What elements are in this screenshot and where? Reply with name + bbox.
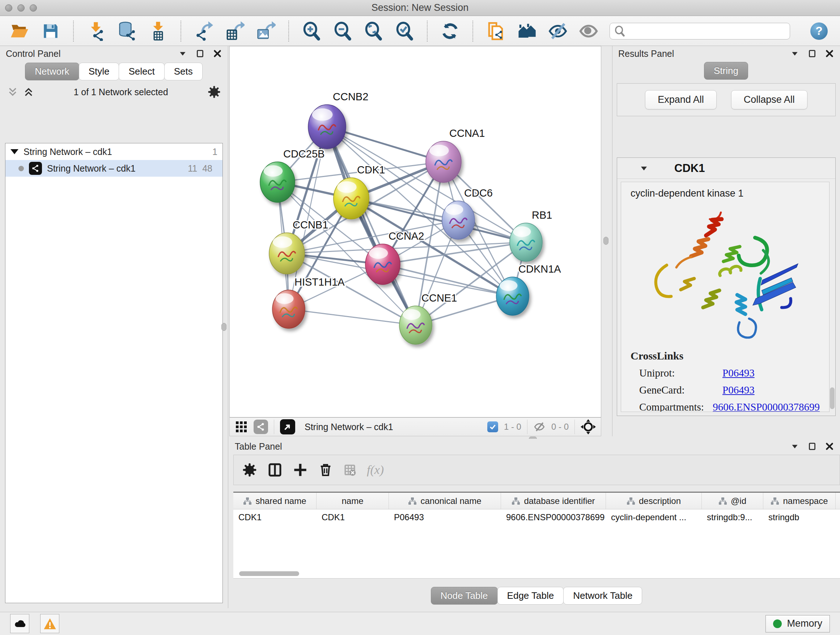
birdseye-navigator-icon[interactable] bbox=[581, 419, 596, 434]
table-row[interactable]: CDK1CDK1P064939606.ENSP00000378699cyclin… bbox=[233, 509, 840, 525]
expander-icon[interactable] bbox=[11, 149, 19, 154]
network-collection-row[interactable]: String Network – cdk1 1 bbox=[5, 143, 223, 160]
tab-style[interactable]: Style bbox=[79, 63, 119, 80]
collapse-panel-icon[interactable] bbox=[790, 49, 799, 58]
edge[interactable] bbox=[289, 309, 416, 325]
export-table-button[interactable] bbox=[225, 21, 245, 41]
save-session-button[interactable] bbox=[41, 21, 61, 41]
refresh-button[interactable] bbox=[440, 21, 460, 41]
network-share-toggle[interactable] bbox=[254, 420, 268, 434]
node-ccnb1[interactable]: CCNB1 bbox=[269, 219, 328, 274]
table-cell[interactable]: cyclin-dependent ... bbox=[606, 509, 702, 525]
tab-node-table[interactable]: Node Table bbox=[431, 587, 498, 605]
show-columns-icon[interactable] bbox=[268, 463, 282, 477]
home-view-button[interactable] bbox=[516, 21, 537, 41]
hidden-eye-slash-icon[interactable] bbox=[533, 421, 546, 433]
open-session-button[interactable] bbox=[9, 21, 30, 41]
tab-sets[interactable]: Sets bbox=[164, 63, 202, 80]
open-folder-icon bbox=[10, 22, 29, 41]
left-splitter-handle[interactable] bbox=[221, 323, 226, 331]
crosslink-uniprot--link[interactable]: P06493 bbox=[722, 367, 755, 379]
function-builder-button[interactable]: f(x) bbox=[367, 463, 384, 477]
table-tabs: Node TableEdge TableNetwork Table bbox=[233, 587, 840, 605]
node-cdkn1a[interactable]: CDKN1A bbox=[496, 263, 561, 315]
network-view-canvas[interactable]: CCNB2CCNA1CDC25BCDK1CDC6RB1CCNB1CCNA2CDK… bbox=[229, 46, 601, 417]
column-header--id[interactable]: @id bbox=[702, 493, 763, 509]
zoom-selected-icon bbox=[395, 22, 414, 41]
float-panel-icon[interactable] bbox=[807, 442, 817, 451]
help-button[interactable]: ? bbox=[810, 22, 828, 40]
edge[interactable] bbox=[327, 127, 416, 325]
delete-column-icon[interactable] bbox=[318, 463, 333, 477]
selected-checkbox[interactable] bbox=[487, 421, 498, 432]
warnings-button[interactable] bbox=[40, 614, 59, 633]
close-panel-icon[interactable] bbox=[213, 49, 222, 58]
table-cell[interactable]: 9606.ENSP00000378699 bbox=[501, 509, 606, 525]
clone-network-button[interactable] bbox=[485, 21, 506, 41]
results-scrollbar-thumb[interactable] bbox=[830, 387, 835, 409]
collapse-panel-icon[interactable] bbox=[790, 442, 799, 451]
table-hscrollbar-thumb[interactable] bbox=[239, 571, 299, 576]
column-header-name[interactable]: name bbox=[317, 493, 389, 509]
hide-selected-button[interactable] bbox=[548, 21, 568, 41]
collapse-all-networks-icon[interactable] bbox=[23, 87, 34, 97]
export-image-button[interactable] bbox=[256, 21, 276, 41]
import-network-button[interactable] bbox=[86, 21, 106, 41]
export-network-button[interactable] bbox=[194, 21, 214, 41]
open-in-window-button[interactable] bbox=[280, 419, 295, 434]
import-table-button[interactable] bbox=[148, 21, 168, 41]
collapse-all-button[interactable]: Collapse All bbox=[731, 90, 807, 109]
tab-string[interactable]: String bbox=[704, 62, 748, 80]
collapse-panel-icon[interactable] bbox=[178, 49, 187, 58]
crosslink-genecard--link[interactable]: P06493 bbox=[722, 384, 755, 396]
column-header-description[interactable]: description bbox=[606, 493, 702, 509]
memory-button[interactable]: Memory bbox=[766, 615, 830, 632]
close-panel-icon[interactable] bbox=[825, 49, 834, 58]
cloud-status-button[interactable] bbox=[10, 614, 29, 633]
clone-network-icon bbox=[486, 21, 505, 41]
expand-all-networks-icon[interactable] bbox=[7, 87, 18, 97]
tab-network[interactable]: Network bbox=[25, 63, 79, 80]
tab-select[interactable]: Select bbox=[118, 63, 164, 80]
node-rb1[interactable]: RB1 bbox=[510, 209, 552, 261]
expand-all-button[interactable]: Expand All bbox=[645, 90, 717, 109]
tab-edge-table[interactable]: Edge Table bbox=[497, 587, 564, 605]
node-hist1h1a[interactable]: HIST1H1A bbox=[272, 276, 345, 328]
close-panel-icon[interactable] bbox=[825, 442, 834, 451]
grid-view-icon[interactable] bbox=[235, 420, 248, 433]
node-ccnb2[interactable]: CCNB2 bbox=[308, 91, 368, 149]
network-graph[interactable]: CCNB2CCNA1CDC25BCDK1CDC6RB1CCNB1CCNA2CDK… bbox=[230, 46, 601, 417]
crosslink-compartments--link[interactable]: 9606.ENSP00000378699 bbox=[713, 401, 820, 412]
tab-network-table[interactable]: Network Table bbox=[563, 587, 642, 605]
node-ccna1[interactable]: CCNA1 bbox=[426, 127, 485, 182]
zoom-out-button[interactable] bbox=[332, 21, 353, 41]
search-input[interactable] bbox=[628, 26, 785, 36]
float-panel-icon[interactable] bbox=[195, 49, 205, 58]
import-database-button[interactable] bbox=[117, 21, 137, 41]
gene-header-row[interactable]: CDK1 bbox=[617, 158, 835, 179]
add-column-icon[interactable] bbox=[293, 463, 308, 477]
node-ccna2[interactable]: CCNA2 bbox=[365, 230, 424, 285]
delete-table-icon[interactable] bbox=[344, 464, 356, 476]
zoom-in-button[interactable] bbox=[302, 21, 322, 41]
table-cell[interactable]: P06493 bbox=[389, 509, 501, 525]
zoom-selected-button[interactable] bbox=[394, 21, 415, 41]
right-splitter-handle[interactable] bbox=[603, 237, 608, 245]
column-header-shared-name[interactable]: shared name bbox=[233, 493, 317, 509]
float-panel-icon[interactable] bbox=[807, 49, 817, 58]
table-options-gear-icon[interactable] bbox=[242, 463, 257, 477]
table-toolbar: f(x) bbox=[233, 455, 840, 485]
network-row-selected[interactable]: String Network – cdk1 11 48 bbox=[5, 160, 223, 177]
column-header-database-identifier[interactable]: database identifier bbox=[501, 493, 606, 509]
show-eye-button[interactable] bbox=[579, 21, 599, 41]
column-header-namespace[interactable]: namespace bbox=[763, 493, 836, 509]
table-cell[interactable]: CDK1 bbox=[317, 509, 389, 525]
table-cell[interactable]: CDK1 bbox=[233, 509, 317, 525]
expander-icon[interactable] bbox=[639, 163, 649, 173]
column-header-canonical-name[interactable]: canonical name bbox=[389, 493, 501, 509]
zoom-fit-button[interactable] bbox=[363, 21, 384, 41]
table-cell[interactable]: stringdb bbox=[763, 509, 836, 525]
table-cell[interactable]: stringdb:9... bbox=[702, 509, 763, 525]
node-ccne1[interactable]: CCNE1 bbox=[399, 292, 457, 344]
network-options-gear-icon[interactable] bbox=[208, 86, 221, 98]
